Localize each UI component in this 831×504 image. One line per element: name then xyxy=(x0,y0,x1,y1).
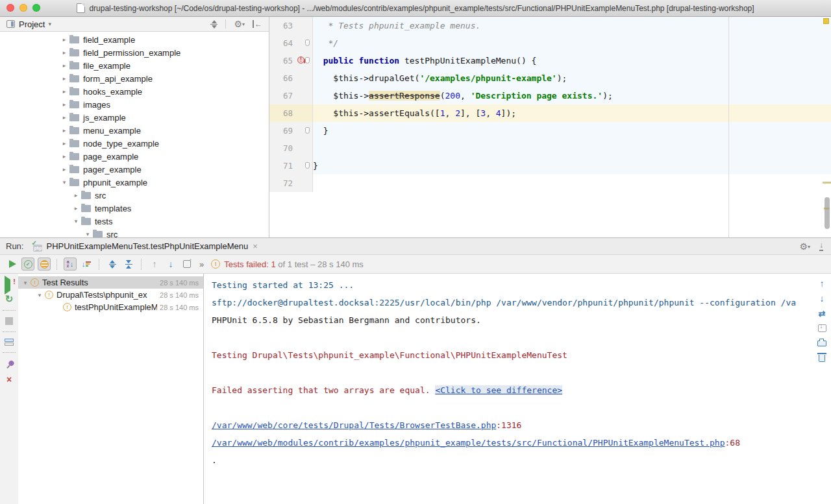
tree-item-js_example[interactable]: ▸js_example xyxy=(0,111,269,124)
code-line-64[interactable]: 64 */ xyxy=(269,34,831,52)
hide-run-panel-icon[interactable]: ↓ xyxy=(819,241,823,251)
editor-gutter[interactable]: 71 xyxy=(269,157,313,174)
code-text[interactable] xyxy=(313,139,831,157)
previous-failed-test-button[interactable]: ↑ xyxy=(148,258,161,270)
tree-item-hooks_example[interactable]: ▸hooks_example xyxy=(0,85,269,98)
code-text[interactable]: public function testPhpUnitExampleMenu()… xyxy=(313,52,831,69)
editor-gutter[interactable]: 67 xyxy=(269,87,313,104)
editor-gutter[interactable]: 70 xyxy=(269,139,313,157)
fold-marker-icon[interactable] xyxy=(305,57,310,64)
expand-collapse-icon[interactable] xyxy=(210,20,217,29)
code-text[interactable]: * Tests phpunit_example menus. xyxy=(313,17,831,34)
warning-stripe-mark[interactable] xyxy=(823,182,831,184)
code-text[interactable]: */ xyxy=(313,34,831,52)
tree-item-menu_example[interactable]: ▸menu_example xyxy=(0,124,269,137)
run-settings-gear-icon[interactable]: ⚙▾ xyxy=(799,242,810,251)
close-window-button[interactable] xyxy=(6,4,14,12)
code-line-65[interactable]: 65! public function testPhpUnitExampleMe… xyxy=(269,52,831,69)
code-line-68[interactable]: 68 $this->assertEquals([1, 2], [3, 4]); xyxy=(269,104,831,122)
test-tree-row[interactable]: ▾!Drupal\Tests\phpunit_ex28 s 140 ms xyxy=(18,289,203,301)
sort-alphabetically-toggle[interactable]: az ↓ xyxy=(64,258,77,270)
chevron-down-icon[interactable]: ▾ xyxy=(71,218,81,224)
pin-tab-button[interactable] xyxy=(3,357,16,370)
close-run-panel-button[interactable]: × xyxy=(6,375,12,384)
tree-item-pager_example[interactable]: ▸pager_example xyxy=(0,163,269,176)
chevron-right-icon[interactable]: ▸ xyxy=(60,101,69,108)
hide-project-panel-icon[interactable]: ← xyxy=(253,20,262,28)
tree-item-file_example[interactable]: ▸file_example xyxy=(0,59,269,72)
console-link[interactable]: /var/www/web/core/tests/Drupal/Tests/Bro… xyxy=(212,420,496,430)
tree-item-tests[interactable]: ▾tests xyxy=(0,215,269,228)
code-line-63[interactable]: 63 * Tests phpunit_example menus. xyxy=(269,17,831,34)
fold-marker-icon[interactable] xyxy=(305,40,310,46)
up-stacktrace-button[interactable]: ↑ xyxy=(820,279,825,288)
tree-item-src[interactable]: ▾src xyxy=(0,228,269,237)
code-line-66[interactable]: 66 $this->drupalGet('/examples/phpunit-e… xyxy=(269,69,831,87)
editor-gutter[interactable]: 65! xyxy=(269,52,313,69)
chevron-right-icon[interactable]: ▸ xyxy=(60,62,69,69)
code-line-67[interactable]: 67 $this->assertResponse(200, 'Descripti… xyxy=(269,87,831,104)
minimize-window-button[interactable] xyxy=(19,4,27,12)
chevron-right-icon[interactable]: ▸ xyxy=(60,127,69,134)
fold-marker-icon[interactable] xyxy=(305,162,310,169)
tree-item-page_example[interactable]: ▸page_example xyxy=(0,150,269,163)
code-editor[interactable]: 63 * Tests phpunit_example menus.64 */65… xyxy=(269,17,831,237)
project-panel-title[interactable]: Project xyxy=(19,19,45,29)
collapse-all-button[interactable] xyxy=(122,258,135,270)
chevron-down-icon[interactable]: ▾ xyxy=(83,231,92,237)
rerun-failed-tests-button[interactable]: ! xyxy=(5,280,14,287)
show-ignored-toggle[interactable] xyxy=(38,258,51,270)
tree-item-form_api_example[interactable]: ▸form_api_example xyxy=(0,72,269,85)
restore-layout-button[interactable] xyxy=(5,339,14,346)
code-text[interactable]: } xyxy=(313,157,831,174)
test-tree-row[interactable]: !testPhpUnitExampleM28 s 140 ms xyxy=(18,301,203,313)
tree-item-field_example[interactable]: ▸field_example xyxy=(0,33,269,46)
test-console-output[interactable]: Testing started at 13:25 ...sftp://docke… xyxy=(204,274,813,504)
soft-wrap-toggle[interactable]: ⇄ xyxy=(819,309,826,318)
editor-gutter[interactable]: 63 xyxy=(269,17,313,34)
chevron-right-icon[interactable]: ▸ xyxy=(60,114,69,121)
print-button[interactable] xyxy=(817,341,826,346)
code-text[interactable]: $this->drupalGet('/examples/phpunit-exam… xyxy=(313,69,831,87)
console-link[interactable]: /var/www/web/modules/contrib/examples/ph… xyxy=(212,438,725,448)
chevron-right-icon[interactable]: ▸ xyxy=(60,88,69,95)
clear-all-button[interactable] xyxy=(819,355,825,362)
expand-all-button[interactable] xyxy=(106,258,119,270)
tree-item-field_permission_example[interactable]: ▸field_permission_example xyxy=(0,46,269,59)
close-tab-icon[interactable]: × xyxy=(253,241,258,251)
project-settings-gear-icon[interactable]: ⚙▾ xyxy=(234,19,245,29)
tree-item-src[interactable]: ▸src xyxy=(0,189,269,202)
code-text[interactable]: } xyxy=(313,122,831,139)
console-link[interactable]: <Click to see difference> xyxy=(435,385,562,395)
chevron-right-icon[interactable]: ▸ xyxy=(60,75,69,82)
chevron-right-icon[interactable]: ▸ xyxy=(71,192,81,198)
code-line-71[interactable]: 71} xyxy=(269,157,831,174)
chevron-right-icon[interactable]: ▸ xyxy=(60,36,69,43)
rerun-button[interactable] xyxy=(5,258,18,270)
editor-gutter[interactable]: 72 xyxy=(269,174,313,192)
next-failed-test-button[interactable]: ↓ xyxy=(164,258,177,270)
more-actions-icon[interactable]: » xyxy=(199,259,204,269)
test-failed-run-icon[interactable]: ! xyxy=(297,56,304,64)
tree-item-node_type_example[interactable]: ▸node_type_example xyxy=(0,137,269,150)
chevron-right-icon[interactable]: ▸ xyxy=(71,205,81,211)
inspection-status-indicator[interactable] xyxy=(823,18,829,24)
chevron-right-icon[interactable]: ▸ xyxy=(60,166,69,173)
editor-gutter[interactable]: 69 xyxy=(269,122,313,139)
chevron-down-icon[interactable]: ▾ xyxy=(21,280,29,286)
editor-scrollbar-thumb[interactable] xyxy=(825,197,830,229)
code-line-70[interactable]: 70 xyxy=(269,139,831,157)
code-line-69[interactable]: 69 } xyxy=(269,122,831,139)
down-stacktrace-button[interactable]: ↓ xyxy=(820,294,825,303)
run-configuration-tab[interactable]: php ✓ PHPUnitExampleMenuTest.testPhpUnit… xyxy=(31,238,257,254)
chevron-right-icon[interactable]: ▸ xyxy=(60,140,69,147)
editor-gutter[interactable]: 64 xyxy=(269,34,313,52)
titlebar[interactable]: drupal-testing-workshop [~/Code/os/drupa… xyxy=(0,0,831,17)
stop-button[interactable] xyxy=(5,317,13,325)
fullscreen-window-button[interactable] xyxy=(32,4,40,12)
export-test-results-button[interactable]: ↑ xyxy=(180,258,193,270)
code-text[interactable]: $this->assertResponse(200, 'Description … xyxy=(313,87,831,104)
show-passed-toggle[interactable]: ✓ xyxy=(21,258,34,270)
scroll-to-end-button[interactable]: ↓ xyxy=(818,324,826,332)
tree-item-phpunit_example[interactable]: ▾phpunit_example xyxy=(0,176,269,189)
